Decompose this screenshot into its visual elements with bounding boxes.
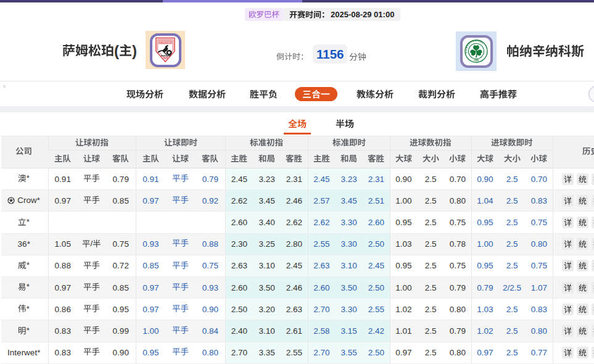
svg-text:1965: 1965 <box>163 57 168 59</box>
svg-text:SAMSUNSPOR: SAMSUNSPOR <box>160 41 171 44</box>
svg-text:1908: 1908 <box>474 59 479 62</box>
